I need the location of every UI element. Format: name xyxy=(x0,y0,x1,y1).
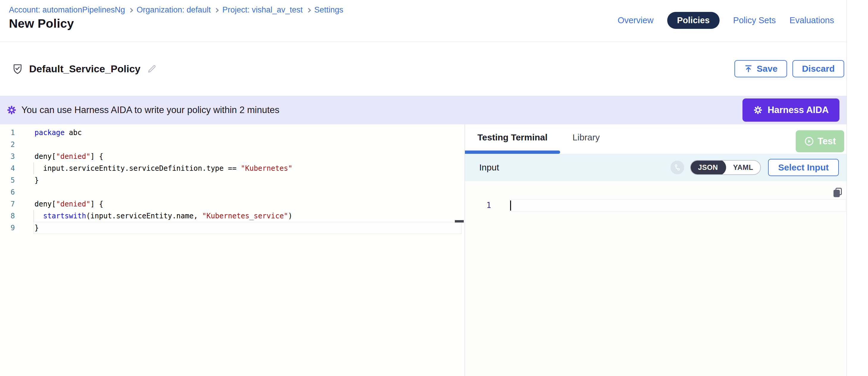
testing-panel-tabs: Testing Terminal Library Test xyxy=(465,124,846,154)
code-line[interactable]: 1package abc xyxy=(0,127,465,138)
code-token: } xyxy=(34,224,39,232)
code-text: input.serviceEntity.serviceDefinition.ty… xyxy=(15,164,292,173)
main-split: 1package abc23deny["denied"] {4 input.se… xyxy=(0,124,846,376)
code-token: "denied" xyxy=(56,200,90,208)
page-title: New Policy xyxy=(9,17,74,31)
upload-icon xyxy=(744,64,753,73)
code-token: ] { xyxy=(90,200,103,208)
git-branch-icon[interactable] xyxy=(671,161,684,174)
aida-banner-message: You can use Harness AIDA to write your p… xyxy=(22,105,279,116)
shield-check-icon xyxy=(12,63,23,75)
policy-name: Default_Service_Policy xyxy=(29,63,141,75)
tab-library-label: Library xyxy=(572,132,600,143)
code-token: input.serviceEntity.serviceDefinition.ty… xyxy=(34,164,241,173)
code-line[interactable]: 9} xyxy=(0,222,465,234)
code-line[interactable]: 8 startswith(input.serviceEntity.name, "… xyxy=(0,210,465,222)
tab-testing-terminal-label: Testing Terminal xyxy=(477,132,548,143)
code-token: startswith xyxy=(43,212,86,220)
save-button[interactable]: Save xyxy=(735,60,787,77)
page-header: Account: automationPipelinesNg Organizat… xyxy=(0,0,846,42)
tab-testing-terminal[interactable]: Testing Terminal xyxy=(465,124,560,154)
line-number: 7 xyxy=(0,200,15,208)
select-input-button[interactable]: Select Input xyxy=(768,159,839,176)
content-frame: Account: automationPipelinesNg Organizat… xyxy=(0,0,847,376)
code-token xyxy=(34,212,43,220)
discard-button[interactable]: Discard xyxy=(793,60,844,77)
code-text: } xyxy=(15,176,39,184)
code-line[interactable]: 2 xyxy=(0,138,465,151)
code-line[interactable]: 7deny["denied"] { xyxy=(0,198,465,210)
harness-aida-button-label: Harness AIDA xyxy=(768,105,829,116)
code-token: deny[ xyxy=(34,200,56,208)
code-line[interactable]: 6 xyxy=(0,186,465,198)
code-text: } xyxy=(15,224,39,232)
harness-aida-button[interactable]: Harness AIDA xyxy=(742,98,839,122)
code-token: (input.serviceEntity.name, xyxy=(86,212,202,220)
code-token: "denied" xyxy=(56,152,90,161)
chevron-right-icon xyxy=(128,8,133,13)
breadcrumb-item-project[interactable]: Project: vishal_av_test xyxy=(222,5,303,14)
code-token: package xyxy=(34,128,65,137)
code-token: abc xyxy=(65,128,82,137)
line-number: 4 xyxy=(0,164,15,173)
tab-policies[interactable]: Policies xyxy=(667,12,719,29)
aida-banner: You can use Harness AIDA to write your p… xyxy=(0,96,846,124)
code-token: } xyxy=(34,176,39,184)
code-text: deny["denied"] { xyxy=(15,152,103,161)
tab-policy-sets[interactable]: Policy Sets xyxy=(733,15,776,25)
code-token: deny[ xyxy=(34,152,56,161)
code-token: "Kubernetes_service" xyxy=(202,212,288,220)
code-token: ) xyxy=(288,212,292,220)
aida-flower-icon xyxy=(6,105,17,115)
toolbar-actions: Save Discard xyxy=(735,60,844,77)
breadcrumb-item-account[interactable]: Account: automationPipelinesNg xyxy=(9,5,125,14)
code-text: deny["denied"] { xyxy=(15,200,103,208)
code-line[interactable]: 5} xyxy=(0,174,465,186)
current-line-highlight xyxy=(509,199,846,212)
line-number: 6 xyxy=(0,188,15,196)
app-root: Account: automationPipelinesNg Organizat… xyxy=(0,0,868,376)
input-code-editor[interactable]: 1 xyxy=(465,181,846,376)
code-line[interactable]: 4 input.serviceEntity.serviceDefinition.… xyxy=(0,162,465,174)
input-label: Input xyxy=(479,162,499,173)
line-number: 9 xyxy=(0,224,15,232)
play-circle-icon xyxy=(804,136,814,146)
chevron-right-icon xyxy=(214,8,219,13)
code-lines: 1package abc23deny["denied"] {4 input.se… xyxy=(0,127,465,234)
toggle-option-json[interactable]: JSON xyxy=(690,160,726,175)
policy-code-editor[interactable]: 1package abc23deny["denied"] {4 input.se… xyxy=(0,124,465,376)
testing-panel: Testing Terminal Library Test xyxy=(465,124,846,376)
edit-pencil-icon[interactable] xyxy=(146,64,157,74)
line-number: 8 xyxy=(0,212,15,220)
breadcrumb-item-settings[interactable]: Settings xyxy=(314,5,344,14)
code-token: "Kubernetes" xyxy=(241,164,292,173)
policy-toolbar: Default_Service_Policy Save xyxy=(0,42,846,96)
discard-button-label: Discard xyxy=(802,64,835,74)
line-number: 3 xyxy=(0,152,15,161)
test-button-label: Test xyxy=(818,136,836,147)
save-button-label: Save xyxy=(757,64,778,74)
breadcrumb-item-organization[interactable]: Organization: default xyxy=(136,5,211,14)
aida-flower-icon xyxy=(753,105,763,115)
line-number: 1 xyxy=(0,128,15,137)
chevron-right-icon xyxy=(306,8,311,13)
text-cursor xyxy=(510,200,511,211)
input-line-number: 1 xyxy=(482,201,491,210)
input-bar: Input JSON YAML Select Input xyxy=(465,154,846,181)
breadcrumb: Account: automationPipelinesNg Organizat… xyxy=(9,5,343,14)
format-toggle: JSON YAML xyxy=(690,160,761,175)
toggle-option-yaml[interactable]: YAML xyxy=(726,160,760,175)
copy-icon[interactable] xyxy=(832,187,844,198)
line-number: 2 xyxy=(0,140,15,149)
tab-evaluations[interactable]: Evaluations xyxy=(789,15,834,25)
module-tabs: Overview Policies Policy Sets Evaluation… xyxy=(618,12,834,29)
code-line[interactable]: 3deny["denied"] { xyxy=(0,151,465,162)
overview-ruler-cursor-marker xyxy=(455,220,464,222)
line-number: 5 xyxy=(0,176,15,184)
test-button[interactable]: Test xyxy=(796,130,844,152)
tab-overview[interactable]: Overview xyxy=(618,15,654,25)
code-token: ] { xyxy=(90,152,103,161)
code-text: package abc xyxy=(15,128,82,137)
tab-library[interactable]: Library xyxy=(560,124,613,154)
code-text: startswith(input.serviceEntity.name, "Ku… xyxy=(15,212,292,220)
